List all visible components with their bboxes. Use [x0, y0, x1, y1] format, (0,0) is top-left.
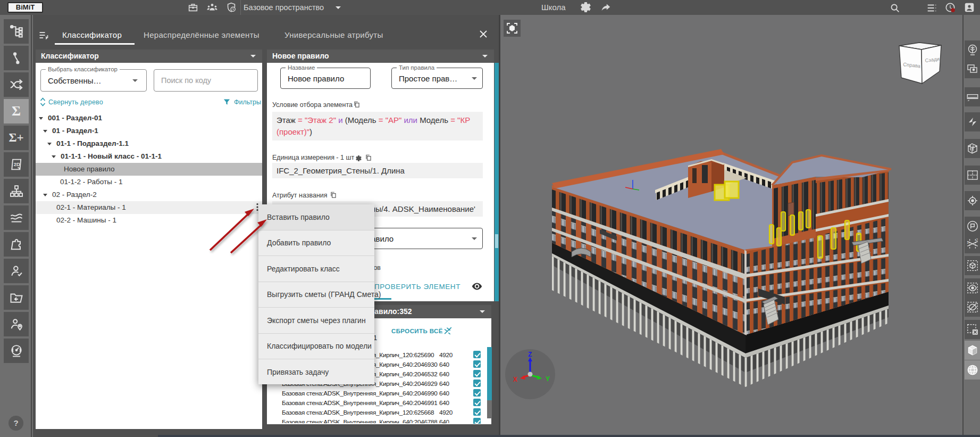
svg-text:Y: Y [546, 375, 550, 383]
svg-text:2: 2 [976, 238, 978, 242]
svg-text:X: X [513, 376, 517, 383]
svg-text:1: 1 [967, 241, 969, 244]
svg-text:2D: 2D [13, 162, 20, 167]
svg-text:Z: Z [528, 351, 532, 358]
